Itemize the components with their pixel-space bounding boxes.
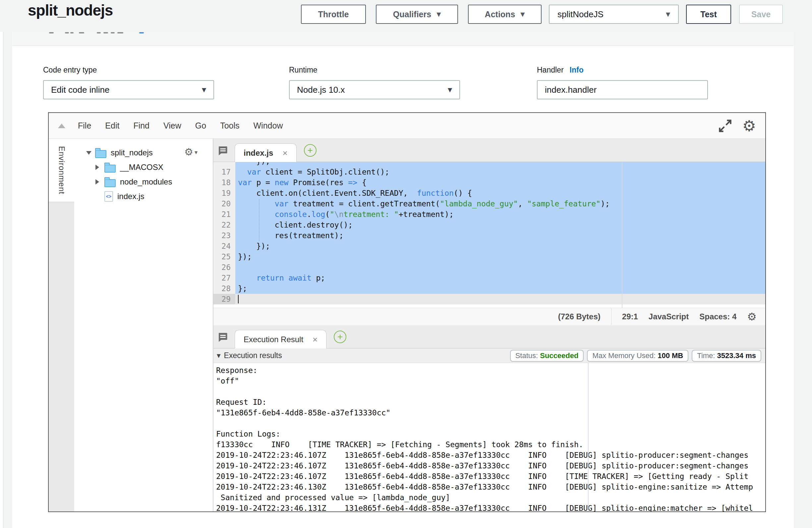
editor-statusbar: (726 Bytes) 29:1 JavaScript Spaces: 4 ⚙ — [214, 308, 765, 325]
code-line-22: 22 client.destroy(); — [214, 220, 765, 230]
tree-item-split_nodejs[interactable]: split_nodejs⚙▾ — [74, 145, 213, 160]
log-line: "off" — [216, 376, 765, 386]
code-line-26: 26 — [214, 262, 765, 273]
tab-execution-result[interactable]: Execution Result × — [235, 330, 327, 349]
code-line-content[interactable]: }); — [235, 241, 765, 251]
line-number: 18 — [214, 177, 235, 188]
menu-item-window[interactable]: Window — [253, 121, 283, 131]
folder-icon — [95, 150, 106, 158]
indent-guide — [259, 199, 260, 241]
code-line-17: 17 var client = SplitObj.client(); — [214, 166, 765, 177]
tree-caret-icon[interactable] — [96, 179, 100, 185]
code-entry-type-select[interactable]: Edit code inline ▼ — [43, 80, 214, 99]
log-line: f13330cc INFO [TIME TRACKER] => [Fetchin… — [216, 439, 765, 450]
chevron-down-icon: ▼ — [436, 11, 441, 17]
code-line-content[interactable] — [235, 262, 765, 273]
close-icon[interactable]: × — [282, 149, 287, 157]
code-line-content[interactable]: client.destroy(); — [235, 220, 765, 230]
actions-button[interactable]: Actions ▼ — [468, 5, 541, 24]
menu-item-tools[interactable]: Tools — [220, 121, 239, 131]
test-button[interactable]: Test — [686, 5, 731, 24]
line-number: 21 — [214, 209, 235, 220]
close-icon[interactable]: × — [313, 335, 318, 344]
chevron-down-icon: ▼ — [217, 353, 221, 359]
tab-index-js[interactable]: index.js × — [235, 144, 296, 162]
fullscreen-icon[interactable] — [718, 119, 733, 133]
code-rows: });17 var client = SplitObj.client();18v… — [214, 162, 765, 304]
line-number: 20 — [214, 199, 235, 209]
code-line-content[interactable]: client.on(client.Event.SDK_READY, functi… — [235, 188, 765, 199]
runtime-select[interactable]: Node.js 10.x ▼ — [289, 80, 460, 99]
header-cutoff-fragment — [97, 32, 101, 33]
tab-list-icon[interactable] — [217, 144, 229, 156]
runtime-label: Runtime — [289, 65, 318, 75]
line-number: 24 — [214, 241, 235, 251]
code-line-content[interactable] — [235, 294, 765, 304]
code-line-content[interactable]: console.log("\ntreatment: "+treatment); — [235, 209, 765, 220]
menu-item-view[interactable]: View — [163, 121, 181, 131]
gear-icon[interactable]: ⚙ — [742, 118, 756, 133]
collapse-editor-icon[interactable] — [58, 123, 65, 128]
line-number: 25 — [214, 251, 235, 262]
throttle-button[interactable]: Throttle — [301, 5, 366, 24]
status-cursor-position: 29:1 — [622, 312, 638, 321]
print-margin — [622, 162, 622, 308]
execution-results-output: Response:"off"Request ID:"131e865f-6eb4-… — [214, 363, 765, 511]
page-title: split_nodejs — [28, 1, 113, 19]
qualifiers-button[interactable]: Qualifiers ▼ — [376, 5, 458, 24]
code-line-content[interactable]: var treatment = client.getTreatment("lam… — [235, 199, 765, 209]
code-line-content[interactable]: var p = new Promise(res => { — [235, 177, 765, 188]
tree-item-node_modules[interactable]: node_modules — [74, 175, 213, 189]
handler-info-link[interactable]: Info — [570, 65, 584, 74]
code-line-18: 18var p = new Promise(res => { — [214, 177, 765, 188]
execution-results-header: ▼ Execution results Status: SucceededMax… — [214, 349, 765, 363]
tree-caret-icon[interactable] — [86, 151, 91, 155]
menu-item-file[interactable]: File — [78, 121, 91, 131]
tree-item-__MACOSX[interactable]: __MACOSX — [74, 160, 213, 175]
lambda-console-page: split_nodejs Throttle Qualifiers ▼ Actio… — [0, 0, 812, 528]
code-line-19: 19 client.on(client.Event.SDK_READY, fun… — [214, 188, 765, 199]
menu-item-edit[interactable]: Edit — [105, 121, 119, 131]
tab-environment[interactable]: Environment — [49, 139, 74, 202]
new-tab-icon[interactable]: + — [334, 331, 346, 343]
actions-label: Actions — [485, 10, 516, 19]
editor-settings-gear-icon[interactable]: ⚙ — [747, 311, 757, 322]
log-line: Sanitized and processed value => [lambda… — [216, 492, 765, 503]
code-line-content[interactable]: }; — [235, 283, 765, 294]
tree-item-label: node_modules — [120, 177, 172, 187]
line-number: 26 — [214, 262, 235, 273]
code-line-content[interactable]: return await p; — [235, 273, 765, 283]
chevron-down-icon: ▾ — [194, 149, 198, 156]
chevron-down-icon: ▼ — [520, 11, 525, 17]
log-line: Function Logs: — [216, 429, 765, 439]
tab-list-icon[interactable] — [217, 331, 229, 343]
menu-items: FileEditFindViewGoToolsWindow — [78, 121, 283, 131]
new-tab-icon[interactable]: + — [304, 144, 317, 157]
code-line-content[interactable]: }); — [235, 162, 765, 166]
tree-item-label: index.js — [117, 192, 144, 201]
handler-label: HandlerInfo — [537, 65, 584, 75]
code-editor[interactable]: });17 var client = SplitObj.client();18v… — [214, 162, 765, 308]
handler-input[interactable] — [537, 80, 708, 99]
code-line-content[interactable]: }); — [235, 251, 765, 262]
tree-settings-control[interactable]: ⚙▾ — [184, 147, 198, 157]
code-line-content[interactable]: res(treatment); — [235, 230, 765, 241]
status-language[interactable]: JavaScript — [649, 312, 689, 321]
ide-frame: FileEditFindViewGoToolsWindow ⚙ Environm… — [48, 112, 766, 512]
status-spaces[interactable]: Spaces: 4 — [699, 312, 737, 321]
save-button[interactable]: Save — [739, 5, 783, 24]
log-line: "131e865f-6eb4-4dd8-858e-a37ef13330cc" — [216, 408, 765, 418]
header-cutoff-fragment — [79, 32, 84, 33]
code-line-content[interactable]: var client = SplitObj.client(); — [235, 166, 765, 177]
badge-value: 3523.34 ms — [717, 351, 756, 360]
tree-caret-icon[interactable] — [96, 165, 100, 170]
menu-item-go[interactable]: Go — [195, 121, 206, 131]
menu-item-find[interactable]: Find — [133, 121, 149, 131]
status-badge: Max Memory Used: 100 MB — [587, 350, 688, 362]
partial-line-text: }); — [238, 162, 765, 166]
handler-label-text: Handler — [537, 65, 564, 74]
code-line-partial: }); — [214, 162, 765, 166]
tree-item-index.js[interactable]: <>index.js — [74, 189, 213, 204]
test-event-select[interactable]: splitNodeJS ▼ — [549, 5, 679, 24]
execution-results-toggle[interactable]: ▼ Execution results — [217, 351, 282, 360]
